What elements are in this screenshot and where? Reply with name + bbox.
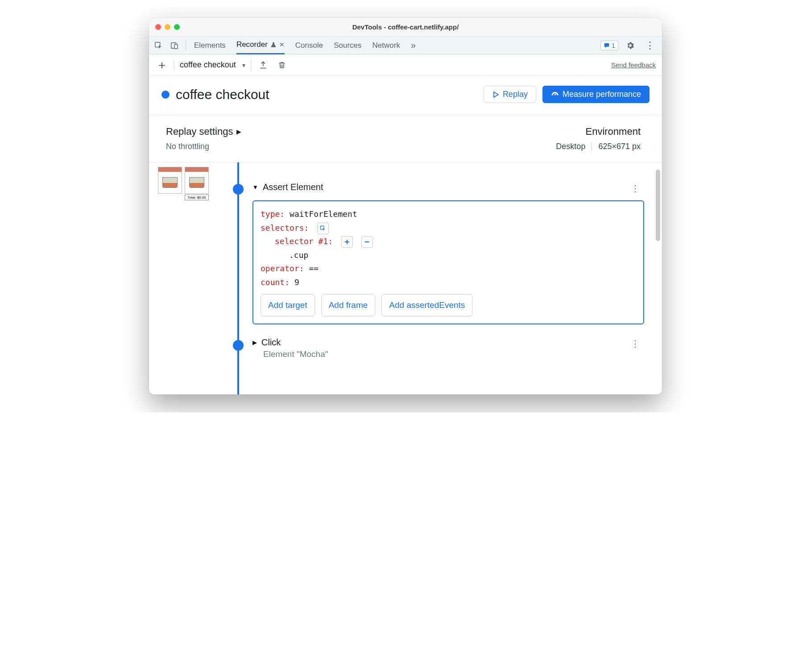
chevron-right-icon: ▶ <box>236 128 241 135</box>
step-assert-element: ▼ Assert Element ⋮ type: waitForElement … <box>252 182 644 324</box>
titlebar: DevTools - coffee-cart.netlify.app/ <box>149 18 662 37</box>
pick-selector-icon[interactable] <box>317 223 329 234</box>
flask-icon <box>270 41 277 48</box>
val-type: waitForElement <box>290 209 357 219</box>
recording-name: coffee checkout <box>180 60 236 70</box>
environment-label: Environment <box>556 126 641 137</box>
replay-settings-label: Replay settings <box>166 126 233 137</box>
window-title: DevTools - coffee-cart.netlify.app/ <box>149 23 662 31</box>
timeline-node <box>233 340 244 351</box>
close-tab-icon[interactable]: ✕ <box>279 41 285 48</box>
tab-elements[interactable]: Elements <box>194 37 226 54</box>
step-click: ▶ Click ⋮ Element "Mocha" <box>252 337 644 359</box>
expand-icon: ▶ <box>252 339 257 346</box>
separator <box>592 142 592 151</box>
val-count[interactable]: 9 <box>294 278 299 287</box>
remove-selector-button[interactable]: − <box>361 236 373 248</box>
gauge-icon <box>551 91 559 99</box>
issues-count: 1 <box>612 42 615 49</box>
key-count: count <box>261 278 285 287</box>
kebab-menu-icon[interactable]: ⋮ <box>642 38 658 53</box>
delete-icon[interactable] <box>275 58 289 72</box>
more-tabs-icon[interactable]: » <box>411 37 416 54</box>
svg-rect-2 <box>174 44 178 49</box>
recording-status-dot <box>161 91 170 99</box>
separator <box>186 41 186 50</box>
devtools-tabbar: Elements Recorder ✕ Console Sources Netw… <box>149 37 662 54</box>
step-details: type: waitForElement selectors: selector… <box>252 200 644 324</box>
throttling-value: No throttling <box>166 142 556 151</box>
collapse-icon: ▼ <box>252 184 258 191</box>
tab-network[interactable]: Network <box>372 37 400 54</box>
step-menu-icon[interactable]: ⋮ <box>631 338 640 349</box>
key-selectors: selectors <box>261 223 304 232</box>
issues-badge[interactable]: 1 <box>600 41 618 50</box>
tab-sources[interactable]: Sources <box>334 37 361 54</box>
replay-settings-toggle[interactable]: Replay settings ▶ <box>166 126 556 137</box>
thumbnail[interactable] <box>158 167 182 200</box>
add-target-button[interactable]: Add target <box>261 294 315 316</box>
send-feedback-link[interactable]: Send feedback <box>611 61 656 69</box>
chat-icon <box>604 42 610 49</box>
recording-selector[interactable]: coffee checkout ▾ <box>180 60 245 70</box>
step-subtitle: Element "Mocha" <box>252 349 644 359</box>
tabbar-right: 1 ⋮ <box>600 38 660 53</box>
panel-tabs: Elements Recorder ✕ Console Sources Netw… <box>190 37 600 54</box>
separator <box>251 60 251 71</box>
export-icon[interactable] <box>257 58 270 72</box>
settings-gear-icon[interactable] <box>623 38 638 53</box>
step-title: Click <box>261 337 281 348</box>
settings-row: Replay settings ▶ No throttling Environm… <box>149 115 662 162</box>
scrollbar[interactable] <box>656 170 660 241</box>
step-title: Assert Element <box>263 182 323 192</box>
add-frame-button[interactable]: Add frame <box>321 294 376 316</box>
add-selector-button[interactable]: + <box>341 236 353 248</box>
measure-performance-button[interactable]: Measure performance <box>542 86 650 103</box>
devtools-window: DevTools - coffee-cart.netlify.app/ Elem… <box>149 18 662 394</box>
tab-console[interactable]: Console <box>295 37 323 54</box>
key-type: type <box>261 209 280 219</box>
steps-timeline: Total: $0.00 ▼ Assert Element ⋮ type: wa… <box>149 162 662 394</box>
play-icon <box>492 91 499 98</box>
env-dimensions: 625×671 px <box>598 142 641 151</box>
key-operator: operator <box>261 264 299 273</box>
separator <box>174 60 174 71</box>
recorder-toolbar: ＋ coffee checkout ▾ Send feedback <box>149 54 662 76</box>
timeline-node <box>233 184 244 195</box>
tab-recorder-label: Recorder <box>236 40 268 49</box>
new-recording-button[interactable]: ＋ <box>155 58 169 72</box>
replay-label: Replay <box>503 90 528 99</box>
thumbnail[interactable]: Total: $0.00 <box>185 167 209 200</box>
chevron-down-icon: ▾ <box>242 62 245 69</box>
val-operator[interactable]: == <box>309 264 319 273</box>
inspect-element-icon[interactable] <box>151 38 166 53</box>
thumbnail-total: Total: $0.00 <box>185 195 209 200</box>
step-header[interactable]: ▼ Assert Element <box>252 182 644 192</box>
measure-label: Measure performance <box>563 90 641 99</box>
env-device: Desktop <box>556 142 585 151</box>
add-asserted-events-button[interactable]: Add assertedEvents <box>381 294 472 316</box>
recorder-header: coffee checkout Replay Measure performan… <box>149 76 662 115</box>
recording-title: coffee checkout <box>176 87 477 102</box>
step-menu-icon[interactable]: ⋮ <box>631 183 640 194</box>
timeline-rail <box>237 162 239 394</box>
step-header[interactable]: ▶ Click <box>252 337 644 348</box>
screenshot-thumbnails: Total: $0.00 <box>158 167 209 200</box>
key-selector-1: selector #1 <box>275 236 328 246</box>
device-toolbar-icon[interactable] <box>167 38 182 53</box>
selector-value[interactable]: .cup <box>289 250 308 260</box>
replay-button[interactable]: Replay <box>484 86 536 103</box>
environment-values: Desktop 625×671 px <box>556 142 641 151</box>
tab-recorder[interactable]: Recorder ✕ <box>236 37 285 54</box>
